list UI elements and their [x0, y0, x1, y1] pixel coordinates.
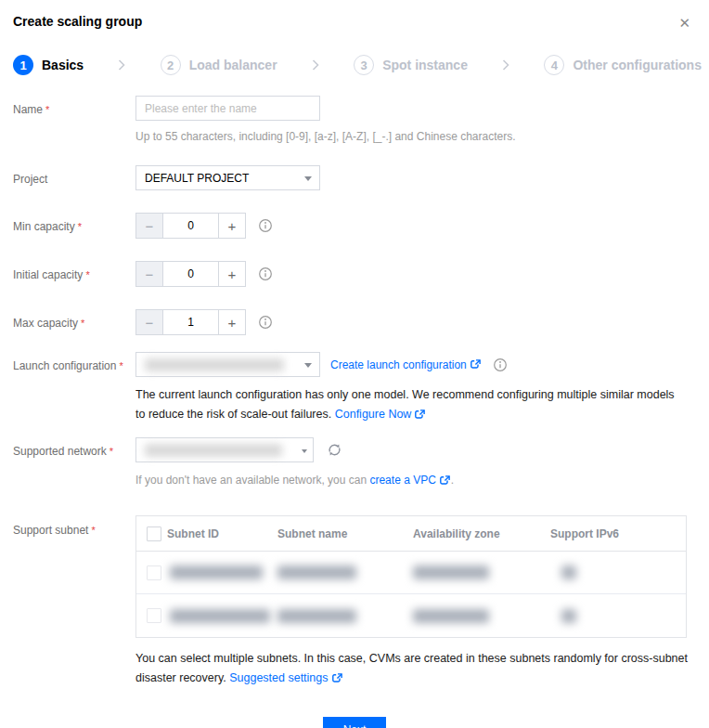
min-capacity-input[interactable] [163, 213, 218, 239]
step-label: Other configurations [573, 58, 701, 72]
chevron-right-icon [310, 58, 321, 72]
name-label: Name [13, 96, 135, 145]
chevron-down-icon [302, 449, 307, 453]
row-checkbox[interactable] [147, 608, 161, 623]
name-input[interactable] [135, 96, 320, 121]
redacted-value [561, 566, 576, 579]
note-text: You can select multiple subnets. In this… [135, 652, 688, 684]
link-label: Create launch configuration [330, 358, 467, 371]
redacted-value [413, 609, 489, 623]
step-number: 1 [13, 55, 33, 75]
help-prefix: If you don't have an available network, … [135, 474, 369, 487]
redacted-value [145, 358, 284, 371]
step-label: Spot instance [382, 58, 468, 72]
step-other-configurations: 4 Other configurations [544, 55, 701, 75]
launch-configuration-warning: The current launch configuration has onl… [135, 385, 678, 424]
max-capacity-stepper: − + [135, 309, 246, 335]
info-icon[interactable] [493, 358, 508, 372]
initial-capacity-row: Initial capacity − + [13, 261, 709, 287]
suggested-settings-link[interactable]: Suggested settings [229, 669, 342, 688]
max-capacity-input[interactable] [163, 309, 218, 335]
link-label: Suggested settings [229, 669, 328, 688]
chevron-right-icon [116, 58, 127, 72]
redacted-value [145, 444, 282, 457]
redacted-value [170, 566, 263, 579]
external-link-icon [331, 672, 343, 684]
supported-network-label: Supported network [13, 437, 135, 488]
table-row[interactable] [136, 594, 686, 637]
redacted-value [277, 609, 356, 623]
link-label: create a VPC [369, 473, 435, 488]
subnet-table-header: Subnet ID Subnet name Availability zone … [136, 516, 686, 552]
column-header: Subnet name [277, 527, 347, 540]
redacted-value [277, 566, 356, 579]
subnet-note: You can select multiple subnets. In this… [135, 649, 692, 688]
decrement-button[interactable]: − [135, 213, 163, 239]
dialog-title: Create scaling group [13, 14, 142, 29]
basics-form: Name Up to 55 characters, including [0-9… [0, 96, 709, 688]
project-label: Project [13, 165, 135, 190]
supported-network-row: Supported network If you don't have an a… [13, 437, 709, 488]
redacted-value [170, 609, 270, 623]
min-capacity-label: Min capacity [13, 213, 135, 239]
refresh-icon[interactable] [327, 442, 342, 458]
select-all-checkbox[interactable] [147, 526, 161, 541]
name-help-text: Up to 55 characters, including [0-9], [a… [135, 129, 709, 145]
column-header: Availability zone [413, 527, 500, 540]
close-icon[interactable]: ✕ [677, 14, 692, 32]
min-capacity-row: Min capacity − + [13, 213, 709, 239]
column-header: Subnet ID [167, 527, 219, 540]
initial-capacity-stepper: − + [135, 261, 246, 287]
supported-network-select[interactable] [135, 437, 314, 462]
launch-configuration-select[interactable] [135, 352, 320, 377]
dialog-header: Create scaling group ✕ [0, 0, 709, 32]
info-icon[interactable] [258, 315, 273, 330]
step-basics: 1 Basics [13, 55, 84, 75]
min-capacity-stepper: − + [135, 213, 246, 239]
external-link-icon [470, 358, 482, 370]
step-wizard: 1 Basics 2 Load balancer 3 Spot instance… [13, 55, 702, 75]
chevron-down-icon [304, 176, 312, 181]
increment-button[interactable]: + [218, 261, 246, 287]
increment-button[interactable]: + [218, 309, 246, 335]
next-button[interactable]: Next [323, 717, 386, 728]
max-capacity-row: Max capacity − + [13, 309, 709, 335]
step-number: 4 [544, 55, 564, 75]
step-spot-instance: 3 Spot instance [354, 55, 468, 75]
create-vpc-link[interactable]: create a VPC [369, 473, 450, 488]
chevron-right-icon [500, 58, 511, 72]
project-row: Project DEFAULT PROJECT [13, 165, 709, 190]
info-icon[interactable] [258, 218, 273, 233]
external-link-icon [414, 409, 426, 421]
launch-configuration-label: Launch configuration [13, 352, 135, 424]
create-launch-configuration-link[interactable]: Create launch configuration [330, 358, 482, 371]
step-load-balancer: 2 Load balancer [161, 55, 277, 75]
decrement-button[interactable]: − [135, 261, 163, 287]
row-checkbox[interactable] [147, 566, 161, 580]
info-icon[interactable] [258, 266, 273, 281]
increment-button[interactable]: + [218, 213, 246, 239]
link-label: Configure Now [335, 405, 412, 424]
initial-capacity-input[interactable] [163, 261, 218, 287]
project-selected-value: DEFAULT PROJECT [145, 172, 249, 185]
redacted-value [561, 609, 576, 623]
step-number: 3 [354, 55, 374, 75]
redacted-value [413, 566, 489, 579]
step-number: 2 [161, 55, 181, 75]
create-scaling-group-dialog: Create scaling group ✕ 1 Basics 2 Load b… [0, 0, 709, 728]
support-subnet-row: Support subnet Subnet ID Subnet name Ava… [13, 514, 709, 688]
project-select[interactable]: DEFAULT PROJECT [135, 165, 320, 190]
table-row[interactable] [136, 552, 686, 594]
launch-configuration-row: Launch configuration Create launch confi… [13, 352, 709, 424]
decrement-button[interactable]: − [135, 309, 163, 335]
configure-now-link[interactable]: Configure Now [335, 405, 427, 424]
name-row: Name Up to 55 characters, including [0-9… [13, 96, 709, 145]
external-link-icon [439, 474, 451, 487]
supported-network-help: If you don't have an available network, … [135, 473, 709, 488]
chevron-down-icon [304, 363, 312, 368]
step-label: Load balancer [189, 58, 277, 72]
help-suffix: . [451, 474, 454, 487]
subnet-table: Subnet ID Subnet name Availability zone … [135, 515, 687, 638]
initial-capacity-label: Initial capacity [13, 261, 135, 287]
step-label: Basics [42, 58, 84, 72]
